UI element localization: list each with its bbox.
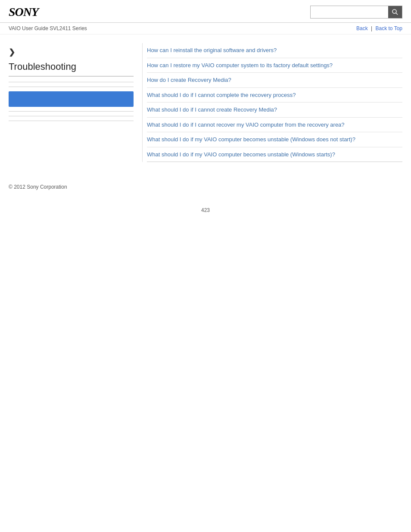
breadcrumb-bar: VAIO User Guide SVL2411 Series Back | Ba… bbox=[0, 23, 411, 34]
content-link[interactable]: What should I do if my VAIO computer bec… bbox=[147, 132, 402, 147]
sidebar-divider-4 bbox=[9, 116, 134, 116]
sidebar-divider-3 bbox=[9, 111, 134, 112]
content-link[interactable]: How can I reinstall the original softwar… bbox=[147, 43, 402, 58]
search-container bbox=[310, 6, 402, 19]
back-to-top-link[interactable]: Back to Top bbox=[376, 25, 402, 31]
back-link[interactable]: Back bbox=[356, 25, 368, 31]
content-area: How can I reinstall the original softwar… bbox=[142, 43, 402, 162]
content-link[interactable]: What should I do if I cannot create Reco… bbox=[147, 103, 402, 118]
sidebar: ❯ Troubleshooting bbox=[9, 43, 142, 162]
sidebar-arrow: ❯ bbox=[9, 47, 134, 57]
content-link[interactable]: How do I create Recovery Media? bbox=[147, 73, 402, 88]
content-link[interactable]: What should I do if I cannot complete th… bbox=[147, 88, 402, 103]
sidebar-divider-2 bbox=[9, 87, 134, 87]
nav-separator: | bbox=[371, 25, 374, 31]
main-content: ❯ Troubleshooting How can I reinstall th… bbox=[0, 34, 411, 171]
nav-links: Back | Back to Top bbox=[356, 25, 402, 31]
search-input[interactable] bbox=[311, 6, 388, 18]
search-icon bbox=[392, 9, 399, 16]
content-link[interactable]: What should I do if I cannot recover my … bbox=[147, 118, 402, 133]
svg-line-1 bbox=[396, 13, 398, 15]
header: SONY bbox=[0, 0, 411, 23]
content-link[interactable]: How can I restore my VAIO computer syste… bbox=[147, 58, 402, 73]
sidebar-divider-1 bbox=[9, 82, 134, 82]
sony-logo: SONY bbox=[9, 5, 38, 19]
footer: © 2012 Sony Corporation bbox=[0, 171, 411, 199]
copyright: © 2012 Sony Corporation bbox=[9, 184, 67, 190]
content-link[interactable]: What should I do if my VAIO computer bec… bbox=[147, 147, 402, 162]
search-button[interactable] bbox=[388, 6, 402, 18]
sidebar-title: Troubleshooting bbox=[9, 61, 134, 77]
svg-point-0 bbox=[392, 9, 396, 13]
sidebar-highlight[interactable] bbox=[9, 91, 134, 107]
guide-label: VAIO User Guide SVL2411 Series bbox=[9, 25, 87, 31]
page-number: 423 bbox=[0, 199, 411, 222]
sidebar-divider-5 bbox=[9, 121, 134, 121]
